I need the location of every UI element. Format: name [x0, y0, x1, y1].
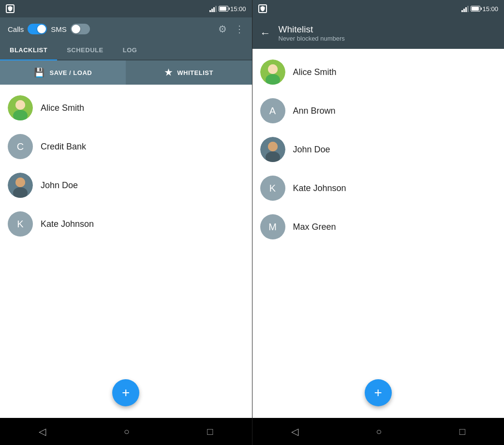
- save-load-button[interactable]: 💾 SAVE / LOAD: [0, 60, 126, 85]
- status-bar-right: 15:00: [252, 0, 504, 17]
- action-buttons: 💾 SAVE / LOAD ★ WHITELIST: [0, 60, 252, 85]
- avatar: [8, 173, 33, 198]
- signal-icon-right: [461, 5, 469, 12]
- whitelist-title: Whitelist: [279, 24, 345, 35]
- status-time-right: 15:00: [482, 5, 498, 13]
- contact-name: Alice Smith: [293, 67, 337, 77]
- list-item[interactable]: K Kate Johnson: [0, 205, 252, 243]
- svg-point-15: [268, 142, 278, 151]
- more-icon[interactable]: ⋮: [235, 23, 244, 35]
- avatar: [260, 137, 285, 162]
- back-button[interactable]: ←: [260, 27, 271, 40]
- contact-name: Kate Johnson: [293, 183, 346, 193]
- left-panel: 15:00 Calls SMS ⚙ ⋮ BLACKLIST SCHEDULE L…: [0, 0, 252, 445]
- battery-icon: [219, 6, 228, 12]
- tab-schedule[interactable]: SCHEDULE: [57, 41, 113, 59]
- list-item[interactable]: Alice Smith: [252, 53, 504, 91]
- calls-label: Calls: [8, 25, 24, 33]
- app-header-left: Calls SMS ⚙ ⋮: [0, 17, 252, 41]
- nav-bar-right: ◁ ○ □: [252, 418, 504, 445]
- gear-icon[interactable]: ⚙: [218, 23, 227, 35]
- svg-point-3: [15, 100, 25, 110]
- calls-toggle[interactable]: [28, 24, 47, 34]
- shield-icon: [6, 4, 15, 13]
- avatar: A: [260, 98, 285, 123]
- svg-point-11: [268, 64, 278, 74]
- contact-name: Credit Bank: [41, 142, 86, 152]
- whitelist-button[interactable]: ★ WHITELIST: [126, 60, 252, 85]
- contact-name: John Doe: [41, 180, 78, 191]
- tab-log[interactable]: LOG: [113, 41, 147, 59]
- tab-blacklist[interactable]: BLACKLIST: [0, 41, 57, 59]
- contact-name: John Doe: [293, 145, 330, 155]
- nav-bar-left: ◁ ○ □: [0, 418, 252, 445]
- sms-toggle[interactable]: [71, 24, 90, 34]
- status-bar-left: 15:00: [0, 0, 252, 17]
- list-item[interactable]: John Doe: [252, 130, 504, 169]
- save-icon: 💾: [34, 67, 45, 78]
- recent-nav-button-right[interactable]: □: [450, 422, 475, 441]
- back-nav-button-right[interactable]: ◁: [282, 422, 308, 441]
- list-item[interactable]: C Credit Bank: [0, 127, 252, 166]
- contact-name: Max Green: [293, 222, 336, 232]
- avatar: M: [260, 214, 285, 239]
- sms-label: SMS: [51, 25, 67, 33]
- signal-icon: [209, 5, 217, 12]
- add-button-left[interactable]: +: [112, 379, 139, 406]
- avatar: K: [260, 176, 285, 201]
- whitelist-subtitle: Never blocked numbers: [279, 35, 345, 42]
- contact-name: Kate Johnson: [41, 219, 94, 229]
- battery-icon-right: [471, 6, 480, 12]
- list-item[interactable]: John Doe: [0, 166, 252, 205]
- whitelist-contact-list: Alice Smith A Ann Brown John Doe K Kate …: [252, 49, 504, 418]
- tabs-left: BLACKLIST SCHEDULE LOG: [0, 41, 252, 60]
- blacklist-contact-list: Alice Smith C Credit Bank John Doe K Kat…: [0, 85, 252, 418]
- contact-name: Ann Brown: [293, 106, 336, 116]
- list-item[interactable]: Alice Smith: [0, 89, 252, 127]
- back-nav-button[interactable]: ◁: [29, 422, 56, 441]
- list-item[interactable]: A Ann Brown: [252, 91, 504, 130]
- avatar: [8, 95, 33, 120]
- right-panel: 15:00 ← Whitelist Never blocked numbers …: [252, 0, 504, 445]
- home-nav-button[interactable]: ○: [114, 422, 139, 441]
- avatar: [260, 59, 285, 85]
- whitelist-header: ← Whitelist Never blocked numbers: [252, 17, 504, 49]
- status-time-left: 15:00: [230, 5, 246, 13]
- recent-nav-button[interactable]: □: [197, 422, 222, 441]
- avatar: K: [8, 211, 33, 237]
- contact-name: Alice Smith: [41, 103, 84, 113]
- home-nav-button-right[interactable]: ○: [366, 422, 391, 441]
- list-item[interactable]: K Kate Johnson: [252, 169, 504, 208]
- svg-point-7: [15, 178, 25, 187]
- add-button-right[interactable]: +: [365, 379, 392, 406]
- star-icon: ★: [164, 67, 173, 78]
- avatar: C: [8, 134, 33, 159]
- list-item[interactable]: M Max Green: [252, 208, 504, 246]
- shield-icon-right: [258, 4, 267, 13]
